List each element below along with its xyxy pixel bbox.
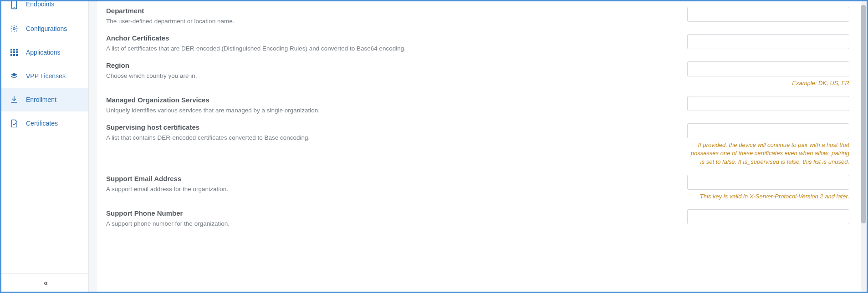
field-desc: A list of certificates that are DER-enco… bbox=[106, 45, 669, 53]
field-hint: This key is valid in X-Server-Protocol-V… bbox=[687, 192, 849, 201]
scrollbar-track[interactable] bbox=[861, 2, 866, 291]
sidebar-collapse-button[interactable]: « bbox=[1, 273, 88, 292]
phone-icon bbox=[10, 1, 19, 10]
grid-icon bbox=[10, 48, 19, 57]
region-input[interactable] bbox=[687, 61, 849, 76]
sidebar-item-applications[interactable]: Applications bbox=[1, 40, 88, 64]
field-support-email: Support Email Address A support email ad… bbox=[106, 175, 849, 201]
field-anchor-certificates: Anchor Certificates A list of certificat… bbox=[106, 34, 849, 53]
main-content: Department The user-defined department o… bbox=[89, 1, 867, 292]
field-title: Department bbox=[106, 7, 669, 15]
field-title: Anchor Certificates bbox=[106, 34, 669, 42]
field-title: Supervising host certificates bbox=[106, 123, 669, 131]
field-support-phone: Support Phone Number A support phone num… bbox=[106, 209, 849, 228]
anchor-certificates-input[interactable] bbox=[687, 34, 849, 49]
field-title: Support Phone Number bbox=[106, 209, 669, 217]
field-desc: Choose which country you are in. bbox=[106, 72, 669, 81]
field-managed-org-services: Managed Organization Services Uniquely i… bbox=[106, 96, 849, 115]
svg-rect-11 bbox=[16, 54, 18, 56]
svg-point-2 bbox=[13, 28, 15, 30]
field-desc: A support email address for the organiza… bbox=[106, 185, 669, 194]
svg-rect-10 bbox=[13, 54, 15, 56]
sidebar-item-label: Applications bbox=[26, 49, 61, 56]
svg-rect-4 bbox=[13, 49, 15, 51]
sidebar-item-label: Certificates bbox=[26, 120, 58, 127]
gear-icon bbox=[10, 24, 19, 33]
scrollbar-thumb[interactable] bbox=[861, 5, 866, 223]
form-panel: Department The user-defined department o… bbox=[97, 1, 862, 292]
sidebar-items: Endpoints Configurations Applications VP… bbox=[1, 1, 88, 273]
sidebar-item-configurations[interactable]: Configurations bbox=[1, 17, 88, 40]
sidebar-item-label: Enrollment bbox=[26, 96, 56, 103]
supervising-host-certs-input[interactable] bbox=[687, 123, 849, 138]
document-check-icon bbox=[10, 119, 19, 128]
support-email-input[interactable] bbox=[687, 175, 849, 190]
sidebar-item-label: VPP Licenses bbox=[26, 72, 66, 80]
field-hint: If provided, the device will continue to… bbox=[687, 141, 849, 167]
layers-icon bbox=[10, 71, 19, 81]
support-phone-input[interactable] bbox=[687, 209, 849, 224]
managed-org-services-input[interactable] bbox=[687, 96, 849, 111]
field-title: Region bbox=[106, 61, 669, 69]
field-region: Region Choose which country you are in. … bbox=[106, 61, 849, 88]
sidebar-item-label: Endpoints bbox=[26, 1, 54, 8]
sidebar-item-enrollment[interactable]: Enrollment bbox=[1, 88, 88, 111]
sidebar-item-certificates[interactable]: Certificates bbox=[1, 111, 88, 135]
svg-point-1 bbox=[14, 7, 15, 8]
download-icon bbox=[10, 95, 19, 104]
svg-rect-7 bbox=[13, 51, 15, 53]
field-title: Managed Organization Services bbox=[106, 96, 669, 104]
sidebar: Endpoints Configurations Applications VP… bbox=[1, 1, 89, 292]
svg-rect-3 bbox=[10, 49, 12, 51]
svg-rect-6 bbox=[10, 51, 12, 53]
field-department: Department The user-defined department o… bbox=[106, 7, 849, 26]
field-desc: The user-defined department or location … bbox=[106, 17, 669, 26]
field-desc: A list that contains DER-encoded certifi… bbox=[106, 134, 669, 142]
department-input[interactable] bbox=[687, 7, 849, 22]
chevron-double-left-icon: « bbox=[44, 279, 46, 287]
sidebar-item-label: Configurations bbox=[26, 25, 67, 32]
svg-rect-9 bbox=[10, 54, 12, 56]
field-desc: A support phone number for the organizat… bbox=[106, 220, 669, 228]
sidebar-item-endpoints[interactable]: Endpoints bbox=[1, 1, 88, 17]
svg-rect-8 bbox=[16, 51, 18, 53]
field-desc: Uniquely identifies various services tha… bbox=[106, 106, 669, 115]
field-title: Support Email Address bbox=[106, 175, 669, 182]
svg-rect-5 bbox=[16, 49, 18, 51]
field-supervising-host-certs: Supervising host certificates A list tha… bbox=[106, 123, 849, 167]
sidebar-item-vpp-licenses[interactable]: VPP Licenses bbox=[1, 64, 88, 88]
field-hint: Example: DK, US, FR bbox=[687, 79, 849, 88]
